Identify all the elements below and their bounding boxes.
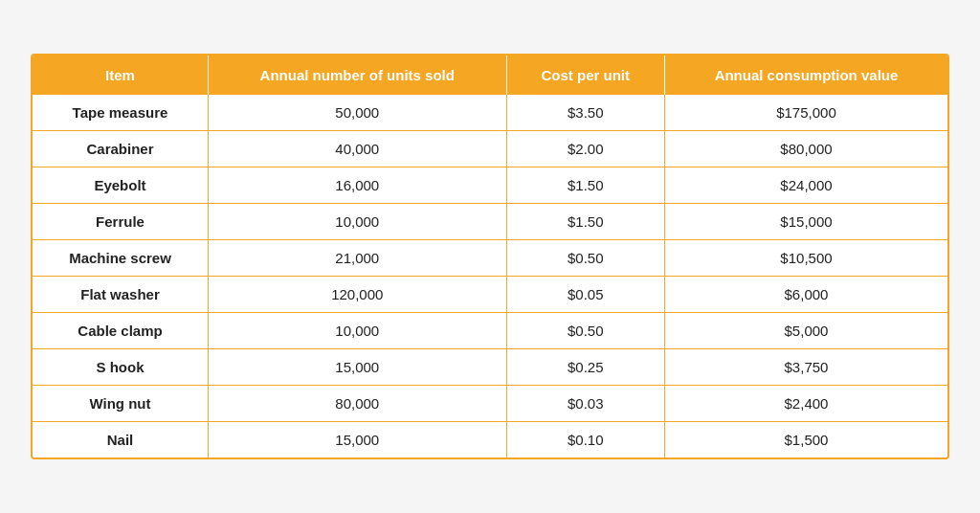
cell-units: 15,000 — [209, 422, 507, 458]
table-row: Tape measure50,000$3.50$175,000 — [33, 95, 947, 131]
cell-item: Ferrule — [33, 204, 209, 240]
cell-value: $2,400 — [664, 386, 947, 422]
cell-cost: $2.00 — [506, 131, 664, 167]
cell-item: Tape measure — [33, 95, 209, 131]
cell-units: 40,000 — [209, 131, 507, 167]
cell-item: Eyebolt — [33, 167, 209, 204]
header-cost-per-unit: Cost per unit — [506, 56, 664, 95]
cell-cost: $3.50 — [506, 95, 664, 131]
cell-item: Cable clamp — [33, 313, 209, 349]
cell-cost: $0.05 — [506, 277, 664, 313]
header-annual-value: Annual consumption value — [664, 56, 947, 95]
cell-item: S hook — [33, 349, 209, 386]
table-row: Machine screw21,000$0.50$10,500 — [33, 240, 947, 277]
table-row: Carabiner40,000$2.00$80,000 — [33, 131, 947, 167]
cell-value: $15,000 — [664, 204, 947, 240]
cell-units: 15,000 — [209, 349, 507, 386]
cell-units: 10,000 — [209, 313, 507, 349]
cell-item: Flat washer — [33, 277, 209, 313]
cell-value: $6,000 — [664, 277, 947, 313]
table-row: Nail15,000$0.10$1,500 — [33, 422, 947, 458]
cell-cost: $1.50 — [506, 204, 664, 240]
inventory-table: Item Annual number of units sold Cost pe… — [33, 56, 947, 457]
cell-units: 120,000 — [209, 277, 507, 313]
cell-units: 10,000 — [209, 204, 507, 240]
cell-cost: $0.50 — [506, 313, 664, 349]
cell-units: 80,000 — [209, 386, 507, 422]
main-table-container: Item Annual number of units sold Cost pe… — [31, 54, 949, 459]
cell-cost: $0.10 — [506, 422, 664, 458]
cell-item: Machine screw — [33, 240, 209, 277]
cell-value: $3,750 — [664, 349, 947, 386]
cell-value: $175,000 — [664, 95, 947, 131]
cell-units: 16,000 — [209, 167, 507, 204]
cell-value: $24,000 — [664, 167, 947, 204]
cell-cost: $0.03 — [506, 386, 664, 422]
cell-value: $10,500 — [664, 240, 947, 277]
table-row: Eyebolt16,000$1.50$24,000 — [33, 167, 947, 204]
cell-item: Wing nut — [33, 386, 209, 422]
cell-item: Nail — [33, 422, 209, 458]
cell-cost: $0.25 — [506, 349, 664, 386]
table-row: Flat washer120,000$0.05$6,000 — [33, 277, 947, 313]
cell-cost: $0.50 — [506, 240, 664, 277]
cell-units: 50,000 — [209, 95, 507, 131]
table-row: Wing nut80,000$0.03$2,400 — [33, 386, 947, 422]
table-row: Cable clamp10,000$0.50$5,000 — [33, 313, 947, 349]
table-body: Tape measure50,000$3.50$175,000Carabiner… — [33, 95, 947, 457]
cell-value: $5,000 — [664, 313, 947, 349]
cell-value: $1,500 — [664, 422, 947, 458]
cell-value: $80,000 — [664, 131, 947, 167]
header-item: Item — [33, 56, 209, 95]
table-header-row: Item Annual number of units sold Cost pe… — [33, 56, 947, 95]
header-units-sold: Annual number of units sold — [209, 56, 507, 95]
table-row: Ferrule10,000$1.50$15,000 — [33, 204, 947, 240]
cell-item: Carabiner — [33, 131, 209, 167]
cell-cost: $1.50 — [506, 167, 664, 204]
table-row: S hook15,000$0.25$3,750 — [33, 349, 947, 386]
cell-units: 21,000 — [209, 240, 507, 277]
